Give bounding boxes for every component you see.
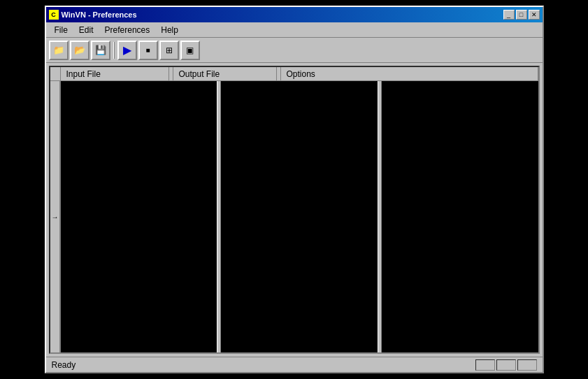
title-bar-buttons: _ □ ✕ xyxy=(503,10,540,20)
title-bar: C WinVN - Preferences _ □ ✕ xyxy=(46,7,543,22)
menu-file[interactable]: File xyxy=(49,24,73,36)
left-strip: → xyxy=(50,81,61,352)
toolbar: 📁 📂 💾 ▶ ■ ⊞ ▣ xyxy=(46,38,543,63)
status-box-3 xyxy=(517,359,537,371)
content-area: Input File Output File Options → xyxy=(46,63,543,357)
status-text: Ready xyxy=(52,360,76,370)
menu-bar: File Edit Preferences Help xyxy=(46,22,543,38)
open-folder-button[interactable]: 📁 xyxy=(49,41,69,60)
menu-help[interactable]: Help xyxy=(155,24,184,36)
main-window: C WinVN - Preferences _ □ ✕ File Edit Pr… xyxy=(45,6,544,373)
status-box-1 xyxy=(475,359,495,371)
app-icon: C xyxy=(49,10,59,20)
menu-preferences[interactable]: Preferences xyxy=(99,24,156,36)
status-bar: Ready xyxy=(46,357,543,372)
close-button[interactable]: ✕ xyxy=(529,10,540,20)
open-file-button[interactable]: 📂 xyxy=(70,41,89,60)
grid-button[interactable]: ⊞ xyxy=(159,41,179,60)
panels-row: → xyxy=(50,81,538,352)
window-title: WinVN - Preferences xyxy=(62,10,137,19)
minimize-button[interactable]: _ xyxy=(503,10,515,20)
options-panel[interactable] xyxy=(382,81,538,352)
column-headers: Input File Output File Options xyxy=(50,67,538,81)
arrow-right-button[interactable]: ▶ xyxy=(117,41,137,60)
status-boxes xyxy=(475,359,537,371)
open-file-icon: 📂 xyxy=(74,45,85,55)
panel-icon: ▣ xyxy=(186,46,194,55)
open-folder-icon: 📁 xyxy=(53,45,64,55)
panel-button[interactable]: ▣ xyxy=(180,41,200,60)
save-button[interactable]: 💾 xyxy=(91,41,110,60)
arrow-right-icon: ▶ xyxy=(123,45,131,56)
toolbar-separator-1 xyxy=(113,42,115,59)
grid-icon: ⊞ xyxy=(166,46,173,55)
col-header-options: Options xyxy=(281,67,538,80)
panels-container: Input File Output File Options → xyxy=(49,66,540,354)
output-file-panel[interactable] xyxy=(221,81,378,352)
col-header-output: Output File xyxy=(173,67,277,80)
input-file-panel[interactable] xyxy=(61,81,217,352)
left-strip-header xyxy=(50,67,61,80)
minus-icon: ■ xyxy=(145,47,150,54)
menu-edit[interactable]: Edit xyxy=(73,24,99,36)
cursor-indicator: → xyxy=(52,213,59,221)
title-bar-left: C WinVN - Preferences xyxy=(49,10,137,20)
status-box-2 xyxy=(496,359,516,371)
save-icon: 💾 xyxy=(95,45,106,55)
maximize-button[interactable]: □ xyxy=(516,10,527,20)
col-header-input: Input File xyxy=(61,67,169,80)
minus-button[interactable]: ■ xyxy=(138,41,158,60)
